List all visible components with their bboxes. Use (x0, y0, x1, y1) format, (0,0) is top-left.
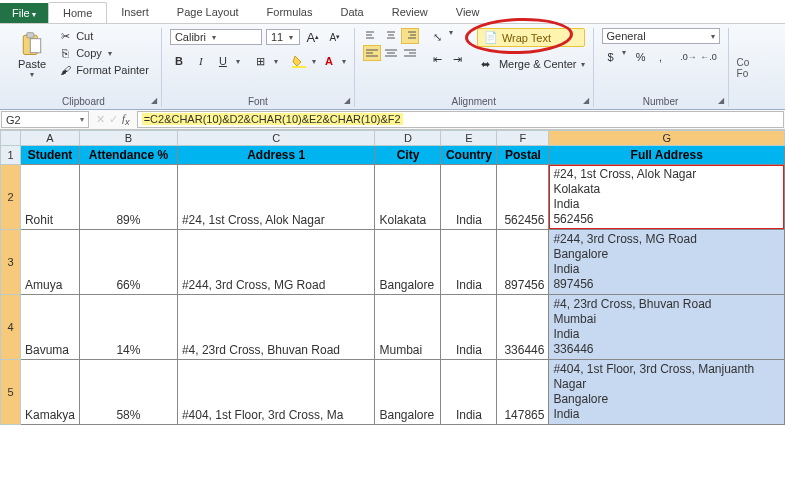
number-launcher-icon[interactable]: ◢ (718, 96, 724, 105)
header-cell-D[interactable]: City (375, 146, 441, 165)
cell-city[interactable]: Mumbai (375, 295, 441, 360)
row-header-2[interactable]: 2 (1, 165, 21, 230)
ribbon-tab-page-layout[interactable]: Page Layout (163, 2, 253, 23)
grow-font-icon[interactable]: A▴ (304, 28, 322, 46)
cell-address1[interactable]: #4, 23rd Cross, Bhuvan Road (177, 295, 375, 360)
row-header-4[interactable]: 4 (1, 295, 21, 360)
svg-rect-1 (27, 33, 34, 38)
cell-attendance[interactable]: 58% (79, 360, 177, 425)
cell-attendance[interactable]: 14% (79, 295, 177, 360)
paste-button[interactable]: Paste ▾ (14, 28, 50, 81)
cell-postal[interactable]: 562456 (497, 165, 549, 230)
header-cell-G[interactable]: Full Address (549, 146, 785, 165)
align-top-right[interactable] (401, 28, 419, 44)
header-cell-A[interactable]: Student (20, 146, 79, 165)
col-header-C[interactable]: C (177, 131, 375, 146)
ribbon-tab-formulas[interactable]: Formulas (253, 2, 327, 23)
row-header-3[interactable]: 3 (1, 230, 21, 295)
cell-full-address[interactable]: #4, 23rd Cross, Bhuvan Road Mumbai India… (549, 295, 785, 360)
percent-button[interactable]: % (632, 48, 650, 66)
cell-city[interactable]: Bangalore (375, 230, 441, 295)
cell-attendance[interactable]: 66% (79, 230, 177, 295)
cell-full-address[interactable]: #404, 1st Floor, 3rd Cross, Manjuanth Na… (549, 360, 785, 425)
cell-address1[interactable]: #404, 1st Floor, 3rd Cross, Ma (177, 360, 375, 425)
row-header-5[interactable]: 5 (1, 360, 21, 425)
copy-button[interactable]: ⎘Copy▾ (54, 45, 153, 61)
clipboard-launcher-icon[interactable]: ◢ (151, 96, 157, 105)
cell-country[interactable]: India (441, 295, 497, 360)
align-right[interactable] (401, 45, 419, 61)
comma-button[interactable]: , (652, 48, 670, 66)
font-color-button[interactable]: A (320, 52, 338, 70)
ribbon-tab-insert[interactable]: Insert (107, 2, 163, 23)
cell-student[interactable]: Rohit (20, 165, 79, 230)
currency-button[interactable]: $ (602, 48, 620, 66)
font-name-combo[interactable]: Calibri▾ (170, 29, 262, 45)
cell-postal[interactable]: 147865 (497, 360, 549, 425)
increase-indent[interactable]: ⇥ (449, 50, 467, 68)
orientation-button[interactable]: ⤡ (429, 28, 447, 46)
col-header-E[interactable]: E (441, 131, 497, 146)
cell-country[interactable]: India (441, 360, 497, 425)
wrap-text-button[interactable]: 📄 Wrap Text (477, 28, 585, 47)
col-header-G[interactable]: G (549, 131, 785, 146)
cell-postal[interactable]: 897456 (497, 230, 549, 295)
svg-rect-2 (30, 39, 41, 53)
alignment-launcher-icon[interactable]: ◢ (583, 96, 589, 105)
font-launcher-icon[interactable]: ◢ (344, 96, 350, 105)
ribbon-tab-home[interactable]: Home (48, 2, 107, 23)
format-painter-button[interactable]: 🖌Format Painter (54, 62, 153, 78)
cell-postal[interactable]: 336446 (497, 295, 549, 360)
cell-city[interactable]: Kolakata (375, 165, 441, 230)
name-box[interactable]: G2▾ (1, 111, 89, 128)
decrease-indent[interactable]: ⇤ (429, 50, 447, 68)
ribbon-tab-data[interactable]: Data (326, 2, 377, 23)
ribbon-tab-view[interactable]: View (442, 2, 494, 23)
fx-icon[interactable]: fx (122, 112, 130, 127)
cell-city[interactable]: Bangalore (375, 360, 441, 425)
cell-full-address[interactable]: #24, 1st Cross, Alok Nagar Kolakata Indi… (549, 165, 785, 230)
worksheet-grid[interactable]: ABCDEFG1StudentAttendance %Address 1City… (0, 130, 785, 425)
bold-button[interactable]: B (170, 52, 188, 70)
merge-button[interactable]: Merge & Center (499, 58, 577, 70)
col-header-F[interactable]: F (497, 131, 549, 146)
align-left[interactable] (363, 45, 381, 61)
cell-address1[interactable]: #24, 1st Cross, Alok Nagar (177, 165, 375, 230)
select-all-corner[interactable] (1, 131, 21, 146)
row-header-1[interactable]: 1 (1, 146, 21, 165)
cell-country[interactable]: India (441, 165, 497, 230)
enter-fx-icon[interactable]: ✓ (109, 113, 118, 126)
underline-button[interactable]: U (214, 52, 232, 70)
increase-decimal[interactable]: .0→ (680, 48, 698, 66)
cell-full-address[interactable]: #244, 3rd Cross, MG Road Bangalore India… (549, 230, 785, 295)
formula-input[interactable]: =C2&CHAR(10)&D2&CHAR(10)&E2&CHAR(10)&F2 (137, 111, 784, 128)
cell-attendance[interactable]: 89% (79, 165, 177, 230)
italic-button[interactable]: I (192, 52, 210, 70)
number-format-combo[interactable]: General▾ (602, 28, 720, 44)
align-top-center[interactable] (382, 28, 400, 44)
header-cell-F[interactable]: Postal (497, 146, 549, 165)
decrease-decimal[interactable]: ←.0 (700, 48, 718, 66)
header-cell-B[interactable]: Attendance % (79, 146, 177, 165)
border-button[interactable]: ⊞ (252, 52, 270, 70)
col-header-D[interactable]: D (375, 131, 441, 146)
cell-address1[interactable]: #244, 3rd Cross, MG Road (177, 230, 375, 295)
cell-student[interactable]: Bavuma (20, 295, 79, 360)
col-header-B[interactable]: B (79, 131, 177, 146)
group-alignment: ⤡▾ ⇤ ⇥ 📄 Wrap Text ⬌ Merge & Center ▾ (355, 28, 594, 107)
cell-student[interactable]: Amuya (20, 230, 79, 295)
align-center[interactable] (382, 45, 400, 61)
col-header-A[interactable]: A (20, 131, 79, 146)
fill-color-button[interactable] (290, 52, 308, 70)
header-cell-C[interactable]: Address 1 (177, 146, 375, 165)
ribbon-tab-review[interactable]: Review (378, 2, 442, 23)
shrink-font-icon[interactable]: A▾ (326, 28, 344, 46)
file-tab[interactable]: File (0, 3, 48, 23)
cell-student[interactable]: Kamakya (20, 360, 79, 425)
header-cell-E[interactable]: Country (441, 146, 497, 165)
align-top-left[interactable] (363, 28, 381, 44)
cancel-fx-icon[interactable]: ✕ (96, 113, 105, 126)
font-size-combo[interactable]: 11▾ (266, 29, 300, 45)
cell-country[interactable]: India (441, 230, 497, 295)
cut-button[interactable]: ✂Cut (54, 28, 153, 44)
